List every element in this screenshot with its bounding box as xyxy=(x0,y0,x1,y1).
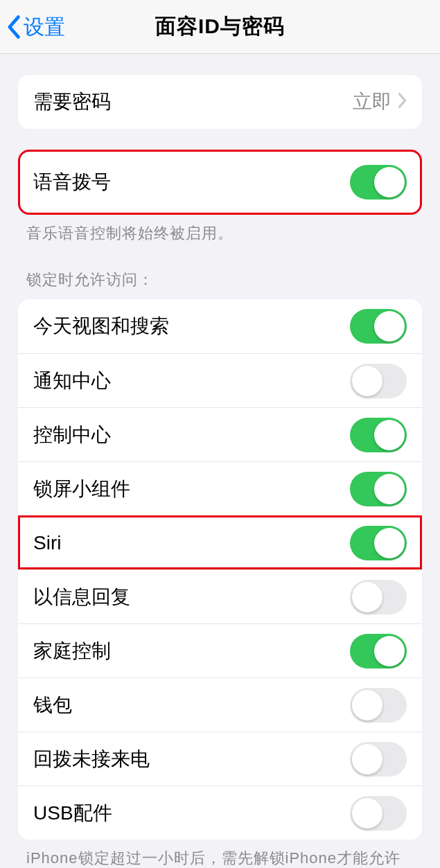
lock-item-toggle[interactable] xyxy=(350,634,407,668)
lock-item-label: 锁屏小组件 xyxy=(33,476,350,502)
lock-item-toggle[interactable] xyxy=(350,418,407,452)
lock-item-toggle[interactable] xyxy=(350,742,407,777)
row-lock-item: 锁屏小组件 xyxy=(18,461,422,515)
row-voice-dial: 语音拨号 xyxy=(18,150,422,215)
row-require-passcode[interactable]: 需要密码 立即 xyxy=(18,75,422,129)
row-lock-item: 控制中心 xyxy=(18,407,422,461)
lock-item-label: 钱包 xyxy=(33,692,350,718)
usb-footnote: iPhone锁定超过一小时后，需先解锁iPhone才能允许USB配件连接。 xyxy=(26,847,414,868)
lock-item-toggle[interactable] xyxy=(350,688,407,723)
back-button[interactable]: 设置 xyxy=(7,0,65,54)
lock-item-toggle[interactable] xyxy=(350,796,407,831)
row-lock-item: 今天视图和搜索 xyxy=(18,299,422,353)
lock-item-label: 回拨未接来电 xyxy=(33,746,350,772)
navbar: 设置 面容ID与密码 xyxy=(0,0,440,54)
lock-item-label: 控制中心 xyxy=(33,422,350,448)
row-lock-item: 以信息回复 xyxy=(18,569,422,623)
group-voice-dial: 语音拨号 xyxy=(18,150,422,215)
chevron-left-icon xyxy=(7,15,22,39)
require-passcode-label: 需要密码 xyxy=(33,89,353,115)
lock-item-label: Siri xyxy=(33,532,350,554)
row-lock-item: 通知中心 xyxy=(18,353,422,407)
lock-item-toggle[interactable] xyxy=(350,526,407,560)
voice-dial-footnote: 音乐语音控制将始终被启用。 xyxy=(26,222,414,245)
lock-access-header: 锁定时允许访问： xyxy=(26,268,414,291)
voice-dial-toggle[interactable] xyxy=(350,165,407,200)
row-lock-item: USB配件 xyxy=(18,786,422,840)
lock-item-label: 今天视图和搜索 xyxy=(33,313,350,339)
voice-dial-label: 语音拨号 xyxy=(33,169,350,195)
row-lock-item: 家庭控制 xyxy=(18,623,422,677)
lock-item-label: 以信息回复 xyxy=(33,584,350,610)
back-label: 设置 xyxy=(24,13,65,42)
row-lock-item: Siri xyxy=(18,515,422,569)
lock-item-toggle[interactable] xyxy=(350,472,407,506)
page-title: 面容ID与密码 xyxy=(155,12,285,41)
lock-item-label: 通知中心 xyxy=(33,368,350,394)
row-lock-item: 钱包 xyxy=(18,677,422,732)
lock-item-toggle[interactable] xyxy=(350,364,407,398)
lock-item-toggle[interactable] xyxy=(350,580,407,614)
group-require-passcode: 需要密码 立即 xyxy=(18,75,422,129)
group-lock-access: 今天视图和搜索通知中心控制中心锁屏小组件Siri以信息回复家庭控制钱包回拨未接来… xyxy=(18,299,422,840)
chevron-right-icon xyxy=(397,92,407,112)
lock-item-label: USB配件 xyxy=(33,800,350,826)
lock-item-label: 家庭控制 xyxy=(33,638,350,664)
row-lock-item: 回拨未接来电 xyxy=(18,732,422,786)
lock-item-toggle[interactable] xyxy=(350,309,407,344)
require-passcode-value: 立即 xyxy=(353,89,391,115)
